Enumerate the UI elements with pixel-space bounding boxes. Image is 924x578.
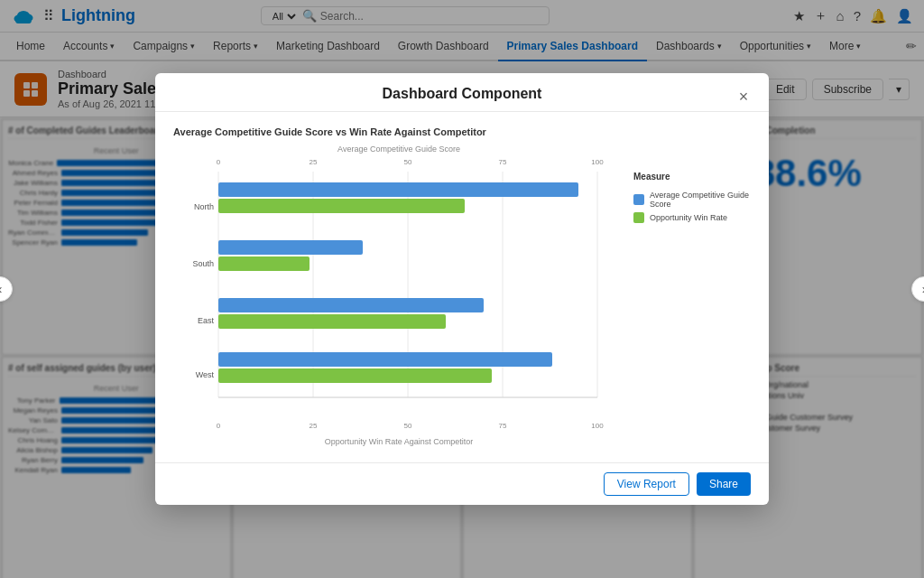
share-button[interactable]: Share	[697, 472, 751, 496]
legend-color-green	[633, 212, 644, 223]
chart-x-ticks-top: 0 25 50 75 100	[173, 155, 624, 168]
modal-backdrop: ‹ Dashboard Component × Average Competit…	[0, 0, 924, 578]
view-report-button[interactable]: View Report	[604, 472, 689, 496]
svg-rect-29	[218, 314, 446, 329]
modal-close-button[interactable]: ×	[731, 84, 756, 109]
svg-text:North: North	[194, 202, 214, 211]
chart-bars-svg: North South East West	[173, 172, 624, 415]
chart-prev-button[interactable]: ‹	[0, 276, 13, 302]
legend-label-blue: Average Competitive Guide Score	[650, 191, 751, 209]
chart-main: Average Competitive Guide Score 0 25 50 …	[173, 144, 624, 448]
svg-text:50: 50	[404, 422, 412, 430]
chart-x-ticks-bottom: 0 25 50 75 100	[173, 419, 624, 432]
svg-text:75: 75	[499, 422, 507, 430]
chart-legend: Measure Average Competitive Guide Score …	[633, 144, 751, 448]
svg-rect-28	[218, 298, 484, 312]
chart-area: Average Competitive Guide Score 0 25 50 …	[173, 144, 751, 448]
svg-text:100: 100	[591, 422, 604, 430]
svg-text:0: 0	[217, 422, 221, 430]
svg-text:0: 0	[217, 158, 221, 166]
legend-title: Measure	[633, 172, 751, 182]
modal-footer: View Report Share	[155, 462, 769, 505]
dashboard-component-modal: Dashboard Component × Average Competitiv…	[155, 73, 769, 505]
svg-text:25: 25	[310, 158, 318, 166]
legend-item-blue: Average Competitive Guide Score	[633, 191, 751, 209]
chart-x-axis-top-label: Average Competitive Guide Score	[173, 144, 624, 154]
svg-rect-31	[218, 368, 492, 383]
svg-text:25: 25	[310, 422, 318, 430]
legend-label-green: Opportunity Win Rate	[650, 213, 727, 222]
modal-header: Dashboard Component ×	[155, 73, 769, 112]
svg-text:West: West	[196, 370, 215, 379]
legend-item-green: Opportunity Win Rate	[633, 212, 751, 223]
svg-text:100: 100	[591, 158, 604, 166]
svg-rect-26	[218, 240, 363, 255]
svg-text:South: South	[192, 259, 214, 268]
chart-title: Average Competitive Guide Score vs Win R…	[173, 126, 751, 137]
svg-rect-27	[218, 256, 310, 271]
svg-text:East: East	[198, 316, 215, 325]
svg-rect-30	[218, 352, 552, 367]
chart-x-axis-bottom-label: Opportunity Win Rate Against Competitor	[173, 437, 624, 446]
chart-next-button[interactable]: ›	[911, 276, 924, 302]
modal-title: Dashboard Component	[173, 86, 751, 102]
svg-text:75: 75	[499, 158, 507, 166]
svg-rect-24	[218, 182, 578, 197]
legend-color-blue	[633, 194, 644, 205]
modal-body: Average Competitive Guide Score vs Win R…	[155, 112, 769, 462]
svg-rect-25	[218, 199, 465, 213]
svg-text:50: 50	[404, 158, 412, 166]
